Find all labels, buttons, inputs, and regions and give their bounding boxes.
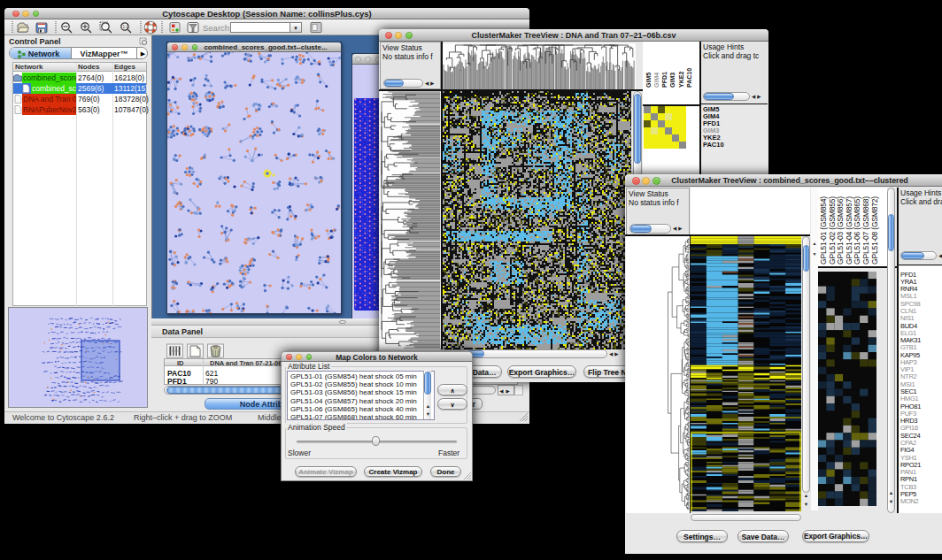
svg-text:1:1: 1:1 <box>123 25 129 29</box>
